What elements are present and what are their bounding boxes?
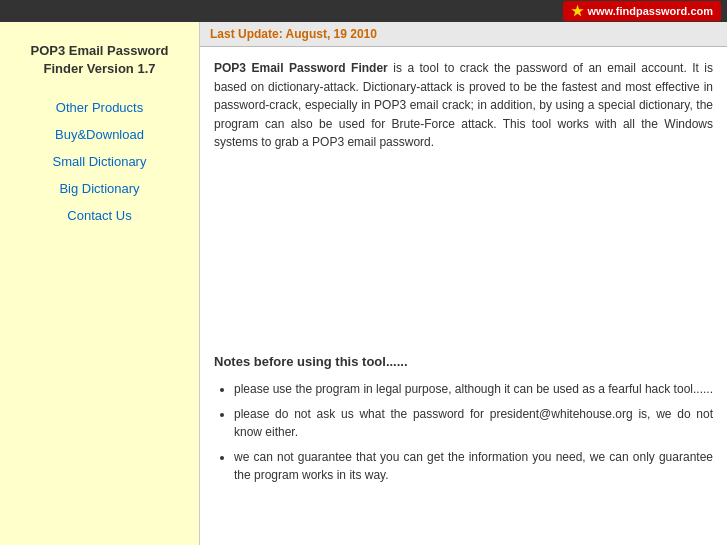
top-bar: ★ www.findpassword.com xyxy=(0,0,727,22)
note-item-3: we can not guarantee that you can get th… xyxy=(234,448,713,485)
sidebar-title: POP3 Email Password Finder Version 1.7 xyxy=(0,32,199,94)
note-item-2: please do not ask us what the password f… xyxy=(234,405,713,442)
update-bar: Last Update: August, 19 2010 xyxy=(200,22,727,47)
notes-title: Notes before using this tool...... xyxy=(214,352,713,372)
intro-paragraph: POP3 Email Password Finder is a tool to … xyxy=(214,59,713,152)
content-area: Last Update: August, 19 2010 POP3 Email … xyxy=(200,22,727,545)
sidebar-link-small-dictionary[interactable]: Small Dictionary xyxy=(0,148,199,175)
notes-section: Notes before using this tool...... pleas… xyxy=(214,352,713,485)
main-wrapper: POP3 Email Password Finder Version 1.7 O… xyxy=(0,22,727,545)
notes-list: please use the program in legal purpose,… xyxy=(214,380,713,485)
sidebar-link-big-dictionary[interactable]: Big Dictionary xyxy=(0,175,199,202)
logo-text: www.findpassword.com xyxy=(588,5,714,17)
note-item-1: please use the program in legal purpose,… xyxy=(234,380,713,399)
sidebar: POP3 Email Password Finder Version 1.7 O… xyxy=(0,22,200,545)
update-text: Last Update: August, 19 2010 xyxy=(210,27,377,41)
logo-badge[interactable]: ★ www.findpassword.com xyxy=(563,1,722,21)
sidebar-link-buy-download[interactable]: Buy&Download xyxy=(0,121,199,148)
app-title: POP3 Email Password Finder xyxy=(214,61,388,75)
sidebar-link-contact-us[interactable]: Contact Us xyxy=(0,202,199,229)
sidebar-link-other-products[interactable]: Other Products xyxy=(0,94,199,121)
star-icon: ★ xyxy=(571,3,584,19)
main-content: POP3 Email Password Finder is a tool to … xyxy=(200,47,727,545)
